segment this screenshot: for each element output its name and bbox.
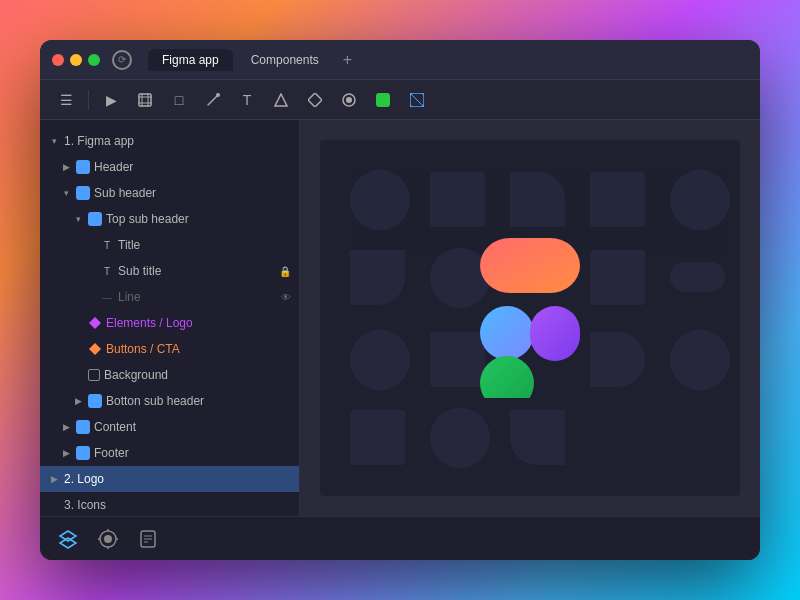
svg-point-16 [480,306,534,360]
layer-icons-root[interactable]: ▶ 3. Icons [40,492,299,516]
lock-hint: 🔒 [279,266,291,277]
layer-background[interactable]: ▶ Background [40,362,299,388]
tab-components[interactable]: Components [237,49,333,71]
minimize-button[interactable] [70,54,82,66]
svg-line-12 [410,93,424,107]
layer-logo-root[interactable]: ▶ 2. Logo [40,466,299,492]
traffic-lights [52,54,100,66]
component-type-icon [88,342,102,356]
layer-label: Title [118,238,291,252]
layer-content[interactable]: ▶ Content [40,414,299,440]
layer-figma-app-root[interactable]: ▾ 1. Figma app [40,128,299,154]
tab-area: Figma app Components + [140,49,748,71]
layer-label: 2. Logo [64,472,291,486]
layer-header[interactable]: ▶ Header [40,154,299,180]
svg-marker-7 [308,93,322,107]
assets-panel-icon[interactable] [96,527,120,551]
close-button[interactable] [52,54,64,66]
layer-label: Sub header [94,186,291,200]
svg-marker-6 [275,94,287,106]
svg-marker-13 [89,317,101,329]
layer-label: Botton sub header [106,394,291,408]
layer-botton-sub-header[interactable]: ▶ Botton sub header [40,388,299,414]
canvas-area[interactable] [300,120,760,516]
chevron-icon: ▶ [60,161,72,173]
chevron-icon: ▶ [72,395,84,407]
layers-panel-icon[interactable] [56,527,80,551]
color-fill-icon[interactable] [369,86,397,114]
svg-rect-0 [139,94,151,106]
svg-rect-17 [530,306,580,361]
layer-label: Footer [94,446,291,460]
layer-label: Content [94,420,291,434]
figma-logo [475,238,585,398]
chevron-icon: ▾ [60,187,72,199]
layer-label: Background [104,368,291,382]
layer-label: Line [118,290,277,304]
mask-icon[interactable] [335,86,363,114]
maximize-button[interactable] [88,54,100,66]
main-area: ▾ 1. Figma app ▶ Header ▾ Sub header ▾ T… [40,120,760,516]
titlebar: ⟳ Figma app Components + [40,40,760,80]
history-icon[interactable]: ⟳ [112,50,132,70]
text-type-icon: T [100,264,114,278]
toolbar: ☰ ▶ □ T [40,80,760,120]
svg-point-9 [346,97,352,103]
svg-marker-20 [60,538,76,548]
layer-sub-header[interactable]: ▾ Sub header [40,180,299,206]
canvas-inner [320,140,740,496]
svg-marker-14 [89,343,101,355]
folder-icon [76,160,90,174]
tab-figma-app[interactable]: Figma app [148,49,233,71]
chevron-icon: ▾ [72,213,84,225]
layers-panel: ▾ 1. Figma app ▶ Header ▾ Sub header ▾ T… [40,120,300,516]
svg-rect-10 [376,93,390,107]
chevron-icon: ▾ [48,135,60,147]
layer-label: Buttons / CTA [106,342,291,356]
visibility-hint: 👁 [281,292,291,303]
layer-title[interactable]: ▶ T Title [40,232,299,258]
svg-rect-15 [480,238,580,293]
slice-icon[interactable] [403,86,431,114]
chevron-icon: ▶ [48,473,60,485]
pen-tool-icon[interactable] [199,86,227,114]
tab-add-button[interactable]: + [337,49,358,71]
svg-point-18 [480,356,534,398]
toolbar-separator-1 [88,90,89,110]
move-tool-icon[interactable]: ▶ [97,86,125,114]
line-type-icon: — [100,290,114,304]
folder-icon [76,420,90,434]
layer-buttons-cta[interactable]: ▶ Buttons / CTA [40,336,299,362]
layer-footer[interactable]: ▶ Footer [40,440,299,466]
layer-top-sub-header[interactable]: ▾ Top sub header [40,206,299,232]
layer-label: Header [94,160,291,174]
layer-line[interactable]: ▶ — Line 👁 [40,284,299,310]
svg-point-5 [216,93,220,97]
folder-icon [76,446,90,460]
layer-elements-logo[interactable]: ▶ Elements / Logo [40,310,299,336]
component-icon[interactable] [301,86,329,114]
shape-tool-icon[interactable] [267,86,295,114]
layer-label: 3. Icons [64,498,291,512]
layer-label: Elements / Logo [106,316,291,330]
folder-icon [88,212,102,226]
pages-icon[interactable] [136,527,160,551]
layer-label: Sub title [118,264,275,278]
rect-type-icon [88,369,100,381]
svg-point-22 [104,535,112,543]
app-window: ⟳ Figma app Components + ☰ ▶ □ [40,40,760,560]
frame-tool-icon[interactable] [131,86,159,114]
chevron-icon: ▶ [60,421,72,433]
folder-icon [76,186,90,200]
chevron-icon: ▶ [60,447,72,459]
component-type-icon [88,316,102,330]
menu-icon[interactable]: ☰ [52,86,80,114]
text-type-icon: T [100,238,114,252]
folder-icon [88,394,102,408]
text-tool-icon[interactable]: T [233,86,261,114]
svg-marker-19 [60,531,76,541]
layer-sub-title[interactable]: ▶ T Sub title 🔒 [40,258,299,284]
bottom-bar [40,516,760,560]
rect-tool-icon[interactable]: □ [165,86,193,114]
layer-label: 1. Figma app [64,134,291,148]
